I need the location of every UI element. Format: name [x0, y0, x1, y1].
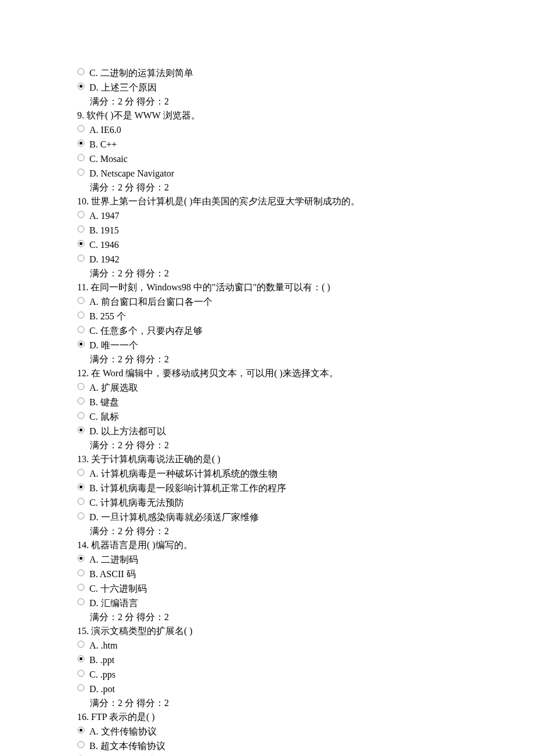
option-label: C. .pps	[89, 667, 116, 682]
option-row[interactable]: B. ASCII 码	[77, 567, 534, 581]
option-row[interactable]: A. 二进制码	[77, 552, 534, 567]
radio-icon[interactable]	[77, 669, 85, 677]
option-row[interactable]: B. 键盘	[77, 395, 534, 409]
option-row[interactable]: A. IE6.0	[77, 123, 534, 137]
option-row[interactable]: B. 255 个	[77, 309, 534, 323]
option-label: D. 1942	[89, 252, 120, 267]
radio-icon[interactable]	[77, 469, 85, 476]
option-row[interactable]: D. Netscape Navigator	[77, 166, 534, 181]
option-label: B. 超文本传输协议	[89, 739, 165, 753]
option-row[interactable]: C. 任意多个，只要内存足够	[77, 323, 534, 338]
option-label: C. Mosaic	[89, 152, 128, 166]
option-row[interactable]: A. 计算机病毒是一种破坏计算机系统的微生物	[77, 466, 534, 481]
radio-icon[interactable]	[77, 498, 85, 505]
svg-point-7	[78, 169, 84, 175]
radio-selected-icon[interactable]	[77, 555, 85, 562]
radio-icon[interactable]	[77, 297, 85, 304]
radio-icon[interactable]	[77, 383, 85, 390]
radio-selected-icon[interactable]	[77, 240, 85, 247]
option-row[interactable]: C. 鼠标	[77, 409, 534, 424]
option-row[interactable]: C. 十六进制码	[77, 581, 534, 596]
option-row[interactable]: D. 1942	[77, 252, 534, 267]
option-row[interactable]: A. 1947	[77, 208, 534, 223]
option-row[interactable]: A. 前台窗口和后台窗口各一个	[77, 294, 534, 309]
radio-selected-icon[interactable]	[77, 726, 85, 734]
svg-point-22	[80, 429, 82, 431]
option-label: A. 二进制码	[89, 552, 138, 567]
option-row[interactable]: C. 传输控制协议	[77, 753, 534, 756]
radio-icon[interactable]	[77, 311, 85, 319]
radio-selected-icon[interactable]	[77, 655, 85, 663]
radio-icon[interactable]	[77, 412, 85, 419]
svg-point-23	[78, 469, 84, 476]
option-row[interactable]: D. 以上方法都可以	[77, 424, 534, 438]
option-row[interactable]: C. Mosaic	[77, 152, 534, 166]
radio-icon[interactable]	[77, 584, 85, 591]
option-row[interactable]: C. 1946	[77, 237, 534, 252]
radio-icon[interactable]	[77, 68, 85, 75]
option-row[interactable]: C. 计算机病毒无法预防	[77, 495, 534, 510]
radio-icon[interactable]	[77, 211, 85, 218]
option-row[interactable]: A. 文件传输协议	[77, 724, 534, 739]
option-row[interactable]: B. 1915	[77, 223, 534, 237]
radio-selected-icon[interactable]	[77, 426, 85, 434]
radio-icon[interactable]	[77, 512, 85, 520]
svg-point-40	[78, 741, 84, 748]
option-label: D. 唯一一个	[89, 338, 138, 352]
option-label: C. 传输控制协议	[89, 753, 156, 756]
question-stem: 11. 在同一时刻，Windows98 中的"活动窗口"的数量可以有：( )	[77, 280, 534, 294]
option-label: B. 键盘	[89, 395, 119, 409]
svg-point-8	[78, 211, 84, 218]
svg-point-20	[78, 412, 84, 419]
option-row[interactable]: B. 超文本传输协议	[77, 739, 534, 753]
radio-selected-icon[interactable]	[77, 340, 85, 348]
score-line: 满分：2 分 得分：2	[90, 524, 534, 538]
option-label: A. 扩展选取	[89, 380, 138, 395]
question-stem: 9. 软件( )不是 WWW 浏览器。	[77, 109, 534, 123]
svg-point-18	[78, 383, 84, 390]
option-label: A. .htm	[89, 638, 117, 653]
option-label: A. 文件传输协议	[89, 724, 157, 739]
radio-icon[interactable]	[77, 640, 85, 648]
option-row[interactable]: D. 一旦计算机感染病毒就必须送厂家维修	[77, 510, 534, 524]
radio-selected-icon[interactable]	[77, 139, 85, 147]
radio-icon[interactable]	[77, 684, 85, 692]
option-label: D. 汇编语言	[89, 596, 138, 610]
option-label: C. 计算机病毒无法预防	[89, 495, 184, 510]
score-line: 满分：2 分 得分：2	[90, 610, 534, 624]
radio-icon[interactable]	[77, 397, 85, 405]
option-row[interactable]: D. .pot	[77, 682, 534, 696]
radio-selected-icon[interactable]	[77, 82, 85, 90]
option-row[interactable]: A. .htm	[77, 638, 534, 653]
option-row[interactable]: B. C++	[77, 137, 534, 152]
option-row[interactable]: C. .pps	[77, 667, 534, 682]
svg-point-15	[78, 326, 84, 333]
option-label: D. .pot	[89, 682, 115, 696]
option-row[interactable]: B. 计算机病毒是一段影响计算机正常工作的程序	[77, 481, 534, 495]
svg-point-5	[80, 142, 82, 145]
svg-point-19	[78, 398, 84, 404]
radio-icon[interactable]	[77, 254, 85, 262]
option-row[interactable]: B. .ppt	[77, 653, 534, 667]
radio-icon[interactable]	[77, 225, 85, 233]
option-row[interactable]: D. 唯一一个	[77, 338, 534, 352]
score-line: 满分：2 分 得分：2	[90, 95, 534, 109]
option-row[interactable]: C. 二进制的运算法则简单	[77, 66, 534, 80]
radio-icon[interactable]	[77, 598, 85, 606]
option-row[interactable]: D. 上述三个原因	[77, 80, 534, 95]
svg-point-33	[78, 641, 84, 647]
option-row[interactable]: A. 扩展选取	[77, 380, 534, 395]
radio-selected-icon[interactable]	[77, 483, 85, 491]
option-label: B. ASCII 码	[89, 567, 136, 581]
radio-icon[interactable]	[77, 569, 85, 577]
option-label: C. 1946	[89, 237, 119, 252]
score-line: 满分：2 分 得分：2	[90, 438, 534, 452]
score-line: 满分：2 分 得分：2	[90, 352, 534, 366]
radio-icon[interactable]	[77, 125, 85, 132]
option-row[interactable]: D. 汇编语言	[77, 596, 534, 610]
radio-icon[interactable]	[77, 154, 85, 161]
question-stem: 13. 关于计算机病毒说法正确的是( )	[77, 452, 534, 466]
radio-icon[interactable]	[77, 741, 85, 748]
radio-icon[interactable]	[77, 168, 85, 176]
radio-icon[interactable]	[77, 326, 85, 333]
